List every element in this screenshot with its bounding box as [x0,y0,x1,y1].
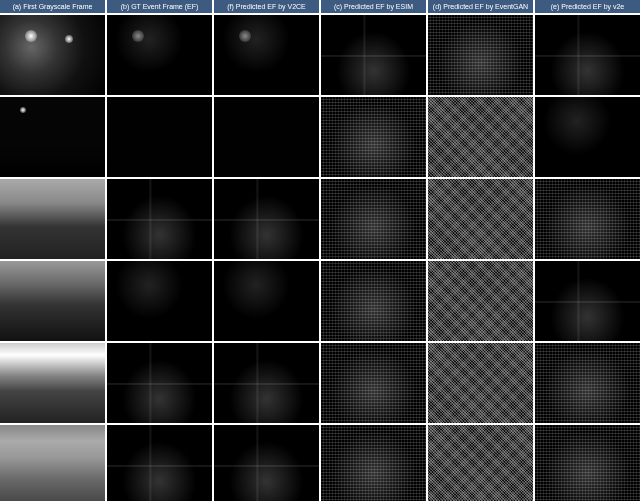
image-cell [535,15,640,95]
image-cell [321,343,426,423]
image-cell [214,343,319,423]
image-cell [107,343,212,423]
image-cell [428,179,533,259]
comparison-grid: (a) First Grayscale Frame (b) GT Event F… [0,0,640,501]
image-cell [214,425,319,501]
image-cell [321,261,426,341]
image-cell [535,343,640,423]
image-cell [535,425,640,501]
image-cell [107,261,212,341]
column-header-c: (f) Predicted EF by V2CE [214,0,319,13]
image-cell [214,15,319,95]
image-cell [0,15,105,95]
image-cell [0,425,105,501]
image-cell [428,343,533,423]
image-cell [214,261,319,341]
column-header-a: (a) First Grayscale Frame [0,0,105,13]
image-cell [0,97,105,177]
image-cell [107,425,212,501]
image-cell [0,261,105,341]
image-cell [535,261,640,341]
image-cell [428,97,533,177]
column-header-e: (d) Predicted EF by EventGAN [428,0,533,13]
image-cell [321,15,426,95]
image-cell [428,425,533,501]
image-cell [0,179,105,259]
column-header-d: (c) Predicted EF by ESIM [321,0,426,13]
image-cell [535,179,640,259]
column-header-b: (b) GT Event Frame (EF) [107,0,212,13]
image-cell [107,179,212,259]
image-cell [214,179,319,259]
image-cell [428,15,533,95]
image-cell [214,97,319,177]
image-cell [535,97,640,177]
image-cell [321,179,426,259]
image-cell [0,343,105,423]
image-cell [107,15,212,95]
image-cell [428,261,533,341]
image-cell [321,425,426,501]
image-cell [321,97,426,177]
image-cell [107,97,212,177]
column-header-f: (e) Predicted EF by v2e [535,0,640,13]
